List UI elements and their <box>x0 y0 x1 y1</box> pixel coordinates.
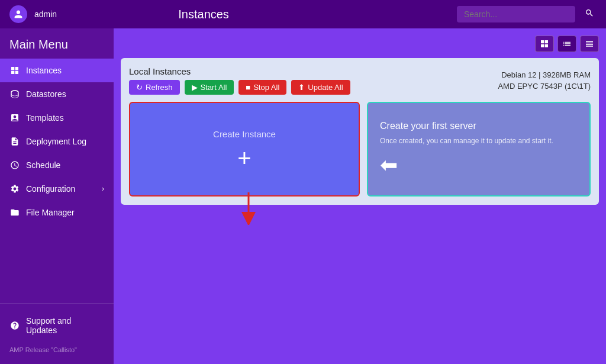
play-icon: ▶ <box>192 83 198 92</box>
instances-panel-left: Local Instances ↻ Refresh ▶ Start All ■ <box>129 66 350 95</box>
info-card-description: Once created, you can manage it to updat… <box>380 136 578 146</box>
sidebar-label-support: Support and Updates <box>26 316 104 335</box>
sidebar-version: AMP Release "Callisto" <box>0 342 114 358</box>
refresh-button[interactable]: ↻ Refresh <box>129 80 180 95</box>
sidebar-item-schedule[interactable]: Schedule <box>0 153 114 177</box>
left-arrow-icon: ⬅ <box>380 153 578 178</box>
create-instance-plus-icon: + <box>237 146 251 170</box>
sidebar-header: Main Menu <box>0 28 114 59</box>
stop-all-button[interactable]: ■ Stop All <box>238 80 286 95</box>
sidebar-item-file-manager[interactable]: File Manager <box>0 201 114 224</box>
content-header <box>121 36 599 52</box>
main-layout: Main Menu Instances Datastores Templates… <box>0 28 606 364</box>
topbar: admin Instances <box>0 0 606 28</box>
sidebar-item-datastores[interactable]: Datastores <box>0 82 114 106</box>
start-all-button[interactable]: ▶ Start All <box>185 80 234 95</box>
sidebar-label-file-manager: File Manager <box>26 208 75 217</box>
create-instance-card[interactable]: Create Instance + <box>129 102 360 197</box>
topbar-title: Instances <box>64 8 343 21</box>
instances-panel-header: Local Instances ↻ Refresh ▶ Start All ■ <box>129 66 591 95</box>
view-btn-list[interactable] <box>557 36 576 52</box>
sidebar-item-templates[interactable]: Templates <box>0 106 114 130</box>
instances-icon <box>9 65 20 76</box>
sidebar-item-configuration[interactable]: Configuration › <box>0 177 114 201</box>
sidebar-item-deployment-log[interactable]: Deployment Log <box>0 130 114 153</box>
sidebar-label-instances: Instances <box>26 66 62 75</box>
schedule-icon <box>9 160 20 170</box>
sidebar-label-templates: Templates <box>26 113 64 123</box>
templates-icon <box>9 112 20 123</box>
update-icon: ⬆ <box>298 83 305 92</box>
chevron-right-icon: › <box>102 185 104 193</box>
sidebar-item-support[interactable]: Support and Updates <box>0 310 114 342</box>
deployment-log-icon <box>9 136 20 147</box>
sidebar-label-configuration: Configuration <box>26 184 75 194</box>
file-manager-icon <box>9 207 20 218</box>
sidebar-label-schedule: Schedule <box>26 160 60 170</box>
instances-grid: Create Instance + Create your fir <box>129 102 591 197</box>
instances-panel-title: Local Instances <box>129 66 350 76</box>
sidebar-bottom: Support and Updates AMP Release "Callist… <box>0 303 114 364</box>
instances-panel-info: Debian 12 | 3928MB RAM AMD EPYC 7543P (1… <box>498 69 591 92</box>
sidebar-item-instances[interactable]: Instances <box>0 59 114 82</box>
update-all-button[interactable]: ⬆ Update All <box>291 80 350 95</box>
view-btn-compact[interactable] <box>580 36 599 52</box>
search-input[interactable] <box>457 6 575 22</box>
arrow-annotation <box>231 189 266 225</box>
stop-icon: ■ <box>246 83 250 92</box>
sidebar-label-deployment-log: Deployment Log <box>26 137 86 146</box>
support-icon <box>9 320 20 331</box>
topbar-username: admin <box>34 9 57 19</box>
avatar <box>9 5 27 23</box>
create-instance-label: Create Instance <box>213 129 276 139</box>
refresh-icon: ↻ <box>136 83 143 92</box>
sidebar-label-datastores: Datastores <box>26 89 66 99</box>
panel-actions: ↻ Refresh ▶ Start All ■ Stop All ⬆ <box>129 80 350 95</box>
system-info-line1: Debian 12 | 3928MB RAM <box>498 69 591 81</box>
configuration-icon <box>9 183 20 194</box>
search-button[interactable] <box>582 8 597 20</box>
info-card-title: Create your first server <box>380 121 578 131</box>
datastores-icon <box>9 89 20 99</box>
view-btn-grid[interactable] <box>535 36 554 52</box>
system-info-line2: AMD EPYC 7543P (1C\1T) <box>498 80 591 92</box>
instances-panel: Local Instances ↻ Refresh ▶ Start All ■ <box>121 58 599 205</box>
sidebar: Main Menu Instances Datastores Templates… <box>0 28 114 364</box>
content-area: Local Instances ↻ Refresh ▶ Start All ■ <box>114 28 606 364</box>
info-card: Create your first server Once created, y… <box>367 102 591 197</box>
